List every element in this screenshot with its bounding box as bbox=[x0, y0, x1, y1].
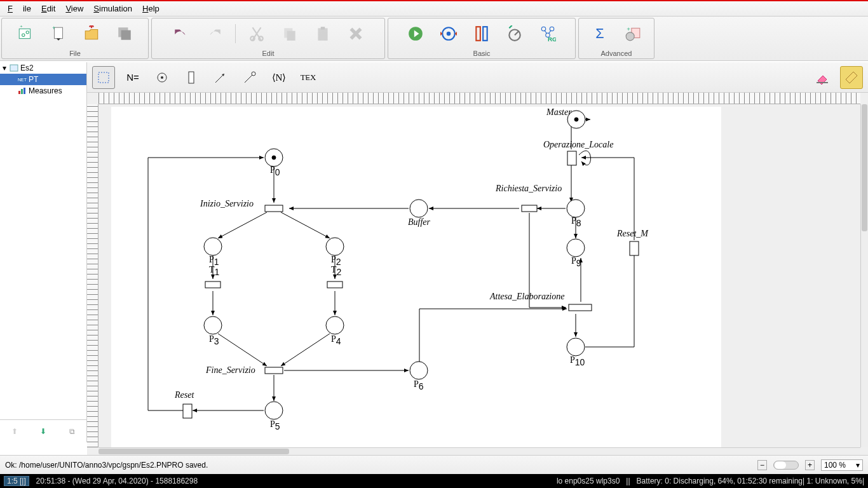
select-tool[interactable] bbox=[92, 66, 115, 89]
svg-text:P6: P6 bbox=[414, 379, 424, 391]
group-edit-label: Edit bbox=[152, 49, 384, 58]
menu-view[interactable]: View bbox=[60, 3, 88, 15]
svg-point-38 bbox=[252, 72, 255, 76]
zoom-slider[interactable] bbox=[773, 461, 799, 470]
move-up-button[interactable]: ⬆ bbox=[11, 427, 18, 436]
move-down-button[interactable]: ⬇ bbox=[40, 427, 46, 436]
svg-rect-4 bbox=[55, 27, 63, 38]
svg-point-51 bbox=[567, 338, 585, 356]
svg-rect-13 bbox=[320, 27, 325, 29]
drawing-toolbar: N= ⟨N⟩ TEX bbox=[87, 62, 868, 93]
zoom-in-button[interactable]: + bbox=[805, 460, 815, 470]
menu-file[interactable]: File bbox=[3, 3, 36, 15]
svg-point-44 bbox=[204, 316, 222, 334]
multisolve-button[interactable]: + bbox=[621, 22, 645, 45]
group-file-label: File bbox=[2, 49, 148, 58]
svg-point-53 bbox=[574, 118, 578, 121]
open-button[interactable] bbox=[79, 22, 104, 45]
i3-status-bar: 1:5 [|] 20:51:38 - (Wed 29 Apr, 04.2020)… bbox=[0, 474, 868, 488]
chevron-down-icon: ▾ bbox=[856, 461, 860, 470]
place-tool[interactable] bbox=[151, 66, 173, 89]
svg-rect-7 bbox=[121, 30, 131, 40]
svg-text:P5: P5 bbox=[270, 419, 280, 431]
inhibitor-arc-tool[interactable] bbox=[238, 66, 261, 89]
canvas-area: Master Operazione_Locale Richiesta_Servi… bbox=[87, 93, 868, 455]
delete-button[interactable] bbox=[344, 22, 368, 45]
svg-rect-18 bbox=[483, 27, 487, 41]
measure-button[interactable] bbox=[503, 22, 527, 45]
name-tool[interactable]: N= bbox=[121, 66, 144, 89]
svg-rect-0 bbox=[19, 29, 30, 38]
svg-rect-55 bbox=[205, 281, 220, 288]
unfold-button[interactable] bbox=[470, 22, 494, 45]
menu-help[interactable]: Help bbox=[137, 3, 165, 15]
rg-button[interactable]: RG bbox=[536, 22, 560, 45]
svg-text:Reset_M: Reset_M bbox=[616, 229, 649, 238]
vscrollbar[interactable] bbox=[860, 104, 868, 447]
main-toolbar: + + File Edit RG Basic Σ bbox=[0, 17, 868, 61]
copy-button[interactable] bbox=[278, 22, 302, 45]
new-page-button[interactable]: + bbox=[46, 22, 71, 45]
hscrollbar[interactable] bbox=[98, 447, 860, 455]
undo-button[interactable] bbox=[169, 22, 193, 45]
svg-point-50 bbox=[567, 239, 585, 257]
page-canvas[interactable]: Master Operazione_Locale Richiesta_Servi… bbox=[111, 107, 721, 455]
svg-point-42 bbox=[204, 238, 222, 255]
cut-button[interactable] bbox=[245, 22, 269, 45]
svg-rect-59 bbox=[522, 205, 537, 212]
save-all-button[interactable] bbox=[112, 22, 137, 45]
svg-rect-12 bbox=[318, 28, 327, 41]
menu-simulation[interactable]: Simulation bbox=[88, 3, 137, 15]
svg-text:T2: T2 bbox=[331, 265, 342, 277]
group-basic-label: Basic bbox=[388, 49, 575, 58]
transition-tool[interactable] bbox=[180, 66, 203, 89]
ruler-vertical bbox=[87, 104, 98, 447]
svg-rect-61 bbox=[630, 241, 639, 255]
svg-text:P10: P10 bbox=[570, 355, 585, 367]
svg-text:RG: RG bbox=[548, 36, 556, 42]
play-button[interactable] bbox=[403, 22, 428, 45]
angle-tool[interactable]: ⟨N⟩ bbox=[268, 66, 290, 89]
tree-root[interactable]: ▾ Es2 bbox=[0, 62, 86, 74]
menu-edit[interactable]: Edit bbox=[36, 3, 60, 15]
svg-rect-62 bbox=[567, 151, 576, 165]
zoom-select[interactable]: 100 %▾ bbox=[821, 459, 863, 471]
tex-tool[interactable]: TEX bbox=[297, 66, 320, 89]
svg-text:Buffer: Buffer bbox=[408, 217, 431, 227]
svg-text:T1: T1 bbox=[209, 265, 220, 277]
svg-text:NET: NET bbox=[18, 78, 27, 82]
svg-text:P3: P3 bbox=[209, 334, 219, 346]
svg-text:+: + bbox=[52, 25, 55, 31]
svg-point-49 bbox=[567, 200, 585, 217]
zoom-out-button[interactable]: − bbox=[757, 460, 767, 470]
arc-tool[interactable] bbox=[209, 66, 232, 89]
svg-point-46 bbox=[265, 402, 283, 419]
workspace-indicator[interactable]: 1:5 [|] bbox=[4, 476, 29, 486]
status-message: Ok: /home/user/UNITO/anno3/vpc/gspn/Es2.… bbox=[5, 461, 208, 470]
ruler-tool[interactable] bbox=[840, 66, 863, 89]
status-bar: Ok: /home/user/UNITO/anno3/vpc/gspn/Es2.… bbox=[0, 455, 868, 474]
sigma-button[interactable]: Σ bbox=[588, 22, 612, 45]
svg-point-9 bbox=[259, 36, 263, 41]
tree-measures[interactable]: Measures bbox=[0, 85, 86, 97]
svg-point-26 bbox=[626, 32, 634, 41]
svg-text:P4: P4 bbox=[331, 334, 341, 346]
duplicate-button[interactable]: ⧉ bbox=[69, 427, 75, 436]
redo-button[interactable] bbox=[202, 22, 226, 45]
group-advanced-label: Advanced bbox=[579, 49, 654, 58]
menu-bar: File Edit View Simulation Help bbox=[0, 1, 868, 17]
new-project-button[interactable]: + bbox=[13, 22, 37, 45]
svg-rect-32 bbox=[21, 89, 23, 94]
token-game-button[interactable] bbox=[437, 22, 461, 45]
svg-point-41 bbox=[272, 156, 276, 159]
clear-tool[interactable] bbox=[811, 66, 834, 89]
svg-rect-60 bbox=[569, 304, 592, 311]
svg-text:Attesa_Elaborazione: Attesa_Elaborazione bbox=[489, 292, 564, 301]
svg-rect-31 bbox=[18, 91, 20, 94]
paste-button[interactable] bbox=[311, 22, 335, 45]
svg-text:+: + bbox=[20, 25, 23, 29]
tree-pt[interactable]: NET PT bbox=[0, 74, 86, 85]
svg-text:+: + bbox=[627, 25, 630, 32]
svg-point-45 bbox=[326, 316, 344, 334]
svg-point-36 bbox=[161, 76, 163, 79]
